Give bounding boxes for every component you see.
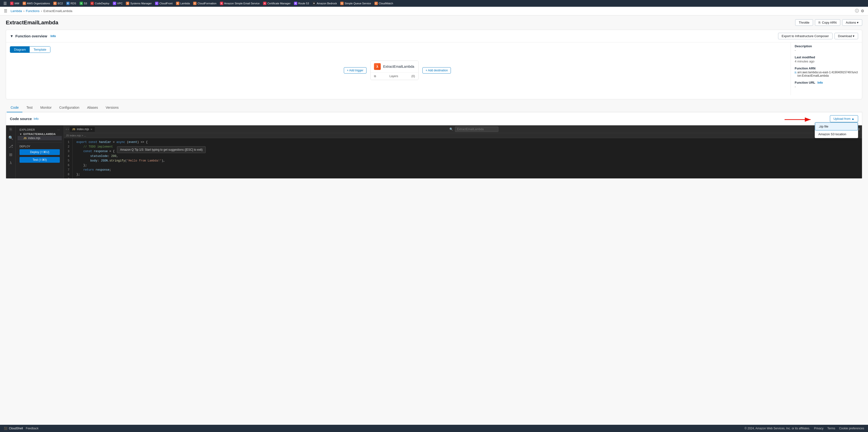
tab-nav-forward[interactable]: ›: [68, 127, 69, 131]
last-modified-label: Last modified: [795, 56, 858, 59]
line-numbers: 123456789: [64, 138, 72, 178]
dropdown-item-zip[interactable]: .zip file: [815, 122, 858, 130]
code-source-card: Code source Info Upload from ▲: [6, 112, 862, 179]
nav-cloudformation[interactable]: C CloudFormation: [192, 1, 218, 5]
lambda-sidebar-icon[interactable]: λ: [10, 161, 12, 165]
layers-icon: ⧉: [374, 74, 376, 78]
cf-icon: C: [155, 2, 158, 5]
code-tab-index-mjs[interactable]: JS index.mjs ✕: [70, 126, 95, 132]
template-toggle[interactable]: Template: [30, 47, 50, 53]
folder-extractemaillambda[interactable]: EXTRACTEMAILLAMBDA: [18, 132, 62, 136]
source-control-icon[interactable]: ⎇: [9, 144, 13, 149]
hamburger-menu[interactable]: ☰: [2, 1, 8, 6]
explorer-more-icon[interactable]: ···: [57, 128, 60, 131]
add-destination-button[interactable]: + Add destination: [423, 67, 451, 73]
lambda-node-footer: ⧉ Layers (0): [371, 72, 418, 80]
sidebar-toggle[interactable]: ☰: [4, 9, 7, 13]
breadcrumb-sep-2: ›: [41, 9, 42, 13]
nav-ec2[interactable]: E EC2: [52, 1, 64, 5]
lambda-node[interactable]: λ ExtractEmailLambda ⧉ Layers (0): [370, 61, 418, 80]
nav-vpc[interactable]: V VPC: [112, 1, 124, 5]
copy-icon: ⎘: [818, 21, 820, 24]
copy-arn-button[interactable]: ⎘ Copy ARN: [815, 19, 840, 26]
collapse-icon[interactable]: ▼: [10, 34, 13, 38]
nav-s3[interactable]: S S3: [78, 1, 89, 5]
nav-codedeploy[interactable]: C CodeDeploy: [89, 1, 111, 5]
page-title: ExtractEmailLambda: [6, 20, 58, 26]
editor-sidebar: ⎘ 🔍 ⎇ ⊞ λ: [6, 125, 16, 178]
function-arn-label: Function ARN: [795, 66, 858, 70]
deploy-section-label: DEPLOY: [18, 145, 62, 148]
tab-code[interactable]: Code: [7, 103, 23, 112]
tab-nav-back[interactable]: ‹: [66, 127, 67, 131]
function-overview-info[interactable]: Info: [51, 34, 56, 38]
code-search-input[interactable]: [455, 127, 498, 132]
export-infrastructure-button[interactable]: Export to Infrastructure Composer: [778, 33, 833, 39]
nav-bedrock[interactable]: B Amazon Bedrock: [311, 1, 339, 5]
nav-ses[interactable]: S Amazon Simple Email Service: [218, 1, 261, 5]
breadcrumb-lambda[interactable]: Lambda: [10, 9, 22, 13]
org-icon: O: [23, 2, 26, 5]
tab-monitor[interactable]: Monitor: [36, 103, 56, 112]
tab-versions[interactable]: Versions: [102, 103, 123, 112]
js-file-icon: JS: [23, 137, 27, 140]
deploy-section: DEPLOY Deploy (⇧⌘U) Test (⇧⌘I): [18, 142, 62, 164]
code-tabs: ‹ › JS index.mjs ✕ 🔍 ⊡ ⊠: [64, 125, 862, 133]
function-side-info: Description - Last modified 4 minutes ag…: [790, 42, 858, 95]
deploy-button[interactable]: Deploy (⇧⌘U): [20, 149, 60, 155]
lambda-node-header: λ ExtractEmailLambda: [371, 61, 418, 72]
explorer-sidebar-icon[interactable]: ⎘: [10, 127, 12, 132]
function-overview-card: ▼ Function overview Info Export to Infra…: [6, 30, 862, 99]
nav-route53[interactable]: R Route 53: [292, 1, 311, 5]
upload-arrow-indicator: [784, 116, 813, 124]
code-text[interactable]: export const handler = async (event) => …: [72, 138, 862, 178]
header-actions: Throttle ⎘ Copy ARN Actions ▾: [795, 19, 862, 26]
sm-icon: S: [126, 2, 129, 5]
view-toggle: Diagram Template: [10, 46, 51, 53]
nav-systems-manager[interactable]: S Systems Manager: [124, 1, 153, 5]
search-sidebar-icon[interactable]: 🔍: [8, 135, 13, 140]
nav-organizations[interactable]: O AWS Organizations: [21, 1, 52, 5]
upload-from-wrapper: Upload from ▲ .zip file Amazon S3 locati…: [830, 115, 858, 122]
lambda-node-icon: λ: [374, 63, 381, 70]
throttle-button[interactable]: Throttle: [795, 19, 813, 26]
diagram-toggle[interactable]: Diagram: [10, 47, 30, 53]
add-trigger-button[interactable]: + Add trigger: [344, 67, 367, 73]
nav-cloudfront[interactable]: C CloudFront: [154, 1, 174, 5]
nav-rds[interactable]: R RDS: [65, 1, 78, 5]
nav-lambda[interactable]: λ Lambda: [175, 1, 191, 5]
help-button[interactable]: ⓘ: [855, 8, 859, 13]
breadcrumb-functions[interactable]: Functions: [26, 9, 39, 13]
function-url-info[interactable]: Info: [817, 81, 823, 84]
nav-right-icons: ⓘ ⚙: [855, 8, 864, 13]
code-search-bar: 🔍: [96, 127, 852, 132]
extensions-icon[interactable]: ⊞: [9, 152, 12, 157]
tab-js-icon: JS: [72, 128, 75, 131]
tab-test[interactable]: Test: [23, 103, 36, 112]
function-arn-value: ⎘ arn:aws:lambda:us-east-1:419040915749:…: [795, 71, 858, 78]
download-button[interactable]: Download ▾: [835, 33, 858, 39]
test-deploy-button[interactable]: Test (⇧⌘I): [20, 157, 60, 163]
nav-cloudwatch[interactable]: C CloudWatch: [373, 1, 395, 5]
file-index-mjs[interactable]: JS index.mjs: [18, 136, 62, 140]
vpc-icon: V: [113, 2, 116, 5]
upload-from-button[interactable]: Upload from ▲: [830, 115, 858, 122]
actions-button[interactable]: Actions ▾: [842, 19, 862, 26]
function-url-section: Function URL Info -: [795, 81, 858, 89]
layers-label: Layers: [390, 74, 398, 78]
nav-sqs[interactable]: S Simple Queue Service: [339, 1, 372, 5]
dropdown-item-s3[interactable]: Amazon S3 location: [815, 130, 858, 138]
tab-configuration[interactable]: Configuration: [56, 103, 83, 112]
settings-button[interactable]: ⚙: [861, 8, 864, 13]
sqs-icon: S: [340, 2, 344, 5]
nav-iam[interactable]: I IAM: [9, 1, 21, 5]
tab-aliases[interactable]: Aliases: [83, 103, 102, 112]
explorer-header: EXPLORER ···: [18, 127, 62, 132]
code-source-info[interactable]: Info: [34, 117, 38, 121]
file-tree: EXPLORER ··· EXTRACTEMAILLAMBDA JS index…: [16, 125, 64, 178]
nav-acm[interactable]: A Certificate Manager: [261, 1, 292, 5]
arn-copy-icon[interactable]: ⎘: [795, 71, 796, 74]
code-content-area: ‹ › JS index.mjs ✕ 🔍 ⊡ ⊠: [64, 125, 862, 178]
tab-close-icon[interactable]: ✕: [90, 128, 92, 131]
cw-icon: C: [374, 2, 378, 5]
